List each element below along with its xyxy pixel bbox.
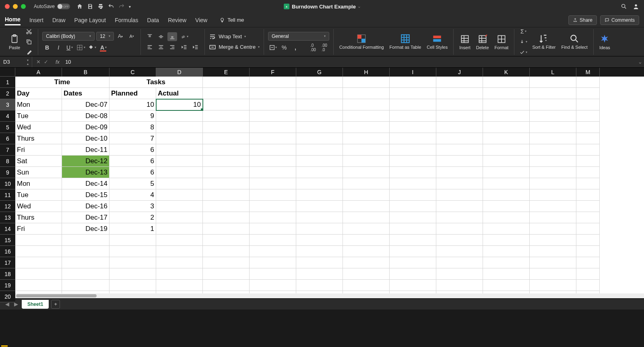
cell-H7[interactable] bbox=[343, 144, 390, 156]
cell-M5[interactable] bbox=[576, 122, 600, 133]
cell-L3[interactable] bbox=[530, 99, 576, 110]
cell-I13[interactable] bbox=[390, 212, 436, 223]
cell-A2[interactable]: Day bbox=[15, 88, 62, 99]
row-header-15[interactable]: 15 bbox=[0, 235, 15, 246]
autosum-button[interactable]: Σ▾ bbox=[518, 27, 528, 36]
cell-D5[interactable] bbox=[156, 122, 203, 133]
cell-E7[interactable] bbox=[203, 144, 250, 156]
cell-I4[interactable] bbox=[390, 110, 436, 122]
cell-I2[interactable] bbox=[390, 88, 436, 99]
cell-M13[interactable] bbox=[576, 212, 600, 223]
cell-D19[interactable] bbox=[156, 280, 203, 291]
cell-K15[interactable] bbox=[483, 235, 530, 246]
cell-D13[interactable] bbox=[156, 212, 203, 223]
cell-B7[interactable]: Dec-11 bbox=[62, 144, 109, 156]
cell-B16[interactable] bbox=[62, 246, 109, 257]
cell-F8[interactable] bbox=[250, 156, 296, 167]
cell-K3[interactable] bbox=[483, 99, 530, 110]
cell-H10[interactable] bbox=[343, 178, 390, 189]
cell-C17[interactable] bbox=[109, 257, 156, 268]
cell-A4[interactable]: Tue bbox=[15, 110, 62, 122]
cell-D10[interactable] bbox=[156, 178, 203, 189]
cell-K18[interactable] bbox=[483, 268, 530, 280]
cell-B18[interactable] bbox=[62, 268, 109, 280]
cell-A11[interactable]: Tue bbox=[15, 189, 62, 201]
cell-I7[interactable] bbox=[390, 144, 436, 156]
cell-K16[interactable] bbox=[483, 246, 530, 257]
cell-M14[interactable] bbox=[576, 223, 600, 235]
wrap-text-button[interactable]: Wrap Text▾ bbox=[209, 33, 260, 40]
cell-J3[interactable] bbox=[436, 99, 483, 110]
cell-J4[interactable] bbox=[436, 110, 483, 122]
cell-C19[interactable] bbox=[109, 280, 156, 291]
font-size-select[interactable]: 12▾ bbox=[96, 32, 114, 41]
column-header-M[interactable]: M bbox=[576, 68, 600, 77]
cell-C13[interactable]: 2 bbox=[109, 212, 156, 223]
row-header-14[interactable]: 14 bbox=[0, 223, 15, 235]
home-icon[interactable] bbox=[76, 3, 83, 10]
cell-K12[interactable] bbox=[483, 201, 530, 212]
cell-K17[interactable] bbox=[483, 257, 530, 268]
print-icon[interactable] bbox=[97, 3, 104, 10]
accept-formula-button[interactable]: ✓ bbox=[44, 59, 48, 65]
cell-H2[interactable] bbox=[343, 88, 390, 99]
row-header-11[interactable]: 11 bbox=[0, 189, 15, 201]
accounting-format-button[interactable]: ▾ bbox=[268, 43, 278, 52]
paste-button[interactable]: Paste bbox=[7, 33, 22, 51]
cell-D3[interactable]: 10 bbox=[156, 99, 203, 110]
cell-A17[interactable] bbox=[15, 257, 62, 268]
cell-A15[interactable] bbox=[15, 235, 62, 246]
column-header-L[interactable]: L bbox=[530, 68, 576, 77]
cell-D17[interactable] bbox=[156, 257, 203, 268]
cell-C11[interactable]: 4 bbox=[109, 189, 156, 201]
align-bottom-button[interactable] bbox=[167, 32, 177, 41]
column-header-J[interactable]: J bbox=[436, 68, 483, 77]
increase-decimal-button[interactable]: .0.00 bbox=[308, 43, 318, 52]
increase-font-button[interactable]: A▴ bbox=[116, 32, 125, 41]
cell-J7[interactable] bbox=[436, 144, 483, 156]
cell-L15[interactable] bbox=[530, 235, 576, 246]
cell-M11[interactable] bbox=[576, 189, 600, 201]
cell-G4[interactable] bbox=[296, 110, 343, 122]
cell-F10[interactable] bbox=[250, 178, 296, 189]
cell-A3[interactable]: Mon bbox=[15, 99, 62, 110]
tab-data[interactable]: Data bbox=[147, 15, 159, 25]
italic-button[interactable]: I bbox=[54, 43, 63, 52]
row-header-1[interactable]: 1 bbox=[0, 77, 15, 88]
cell-K19[interactable] bbox=[483, 280, 530, 291]
tab-insert[interactable]: Insert bbox=[29, 15, 43, 25]
cell-J13[interactable] bbox=[436, 212, 483, 223]
cell-D8[interactable] bbox=[156, 156, 203, 167]
cell-E16[interactable] bbox=[203, 246, 250, 257]
cell-G8[interactable] bbox=[296, 156, 343, 167]
cell-M9[interactable] bbox=[576, 167, 600, 178]
cell-J10[interactable] bbox=[436, 178, 483, 189]
cell-E11[interactable] bbox=[203, 189, 250, 201]
row-header-3[interactable]: 3 bbox=[0, 99, 15, 110]
customize-qat-icon[interactable]: ▾ bbox=[129, 3, 135, 10]
cell-I5[interactable] bbox=[390, 122, 436, 133]
cell-G6[interactable] bbox=[296, 133, 343, 144]
cell-F13[interactable] bbox=[250, 212, 296, 223]
cell-F18[interactable] bbox=[250, 268, 296, 280]
cell-K6[interactable] bbox=[483, 133, 530, 144]
font-color-button[interactable]: A▾ bbox=[99, 43, 108, 52]
cell-C16[interactable] bbox=[109, 246, 156, 257]
fx-icon[interactable]: fx bbox=[52, 59, 63, 65]
cell-D2[interactable]: Actual bbox=[156, 88, 203, 99]
cell-B6[interactable]: Dec-10 bbox=[62, 133, 109, 144]
cell-J16[interactable] bbox=[436, 246, 483, 257]
expand-formula-bar-button[interactable]: ⌄ bbox=[636, 59, 644, 65]
cell-H1[interactable] bbox=[343, 77, 390, 88]
cell-I6[interactable] bbox=[390, 133, 436, 144]
cell-L19[interactable] bbox=[530, 280, 576, 291]
cell-G2[interactable] bbox=[296, 88, 343, 99]
tab-formulas[interactable]: Formulas bbox=[115, 15, 138, 25]
cell-B14[interactable]: Dec-19 bbox=[62, 223, 109, 235]
row-header-12[interactable]: 12 bbox=[0, 201, 15, 212]
cell-K8[interactable] bbox=[483, 156, 530, 167]
cell-A12[interactable]: Wed bbox=[15, 201, 62, 212]
cell-H19[interactable] bbox=[343, 280, 390, 291]
row-header-6[interactable]: 6 bbox=[0, 133, 15, 144]
cell-M8[interactable] bbox=[576, 156, 600, 167]
